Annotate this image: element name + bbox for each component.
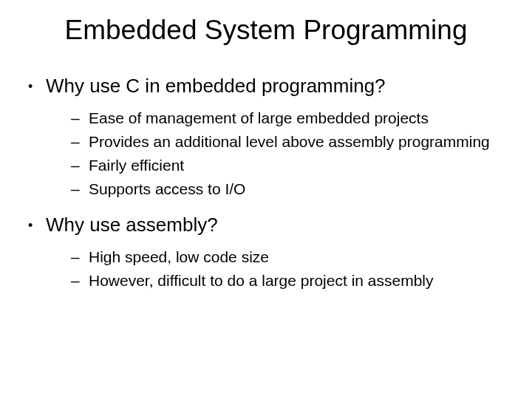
bullet-section-1: • Why use C in embedded programming? xyxy=(28,74,532,99)
dash-marker-icon: – xyxy=(71,179,89,200)
slide-content: • Why use C in embedded programming? – E… xyxy=(0,74,532,291)
sub-list-1: – Ease of management of large embedded p… xyxy=(71,108,532,200)
sub-bullet: – Supports access to I/O xyxy=(71,179,532,200)
sub-bullet-text: Fairly efficient xyxy=(89,155,184,176)
sub-bullet: – Fairly efficient xyxy=(71,155,532,176)
bullet-marker-icon: • xyxy=(28,213,46,238)
bullet-text: Why use C in embedded programming? xyxy=(46,74,386,98)
dash-marker-icon: – xyxy=(71,108,89,129)
sub-bullet-text: Supports access to I/O xyxy=(89,179,245,200)
bullet-marker-icon: • xyxy=(28,74,46,99)
bullet-text: Why use assembly? xyxy=(46,213,218,236)
dash-marker-icon: – xyxy=(71,132,89,152)
sub-bullet-text: Ease of management of large embedded pro… xyxy=(89,108,429,129)
dash-marker-icon: – xyxy=(71,270,89,291)
sub-bullet: – Ease of management of large embedded p… xyxy=(71,108,532,129)
bullet-section-2: • Why use assembly? xyxy=(28,213,532,238)
sub-bullet: – However, difficult to do a large proje… xyxy=(71,270,532,291)
sub-bullet-text: High speed, low code size xyxy=(89,247,269,267)
slide-title: Embedded System Programming xyxy=(30,15,502,46)
sub-bullet: – Provides an additional level above ass… xyxy=(71,132,532,152)
dash-marker-icon: – xyxy=(71,155,89,176)
sub-bullet-text: However, difficult to do a large project… xyxy=(89,270,434,291)
sub-list-2: – High speed, low code size – However, d… xyxy=(71,247,532,291)
dash-marker-icon: – xyxy=(71,247,89,267)
sub-bullet: – High speed, low code size xyxy=(71,247,532,267)
sub-bullet-text: Provides an additional level above assem… xyxy=(89,132,490,152)
